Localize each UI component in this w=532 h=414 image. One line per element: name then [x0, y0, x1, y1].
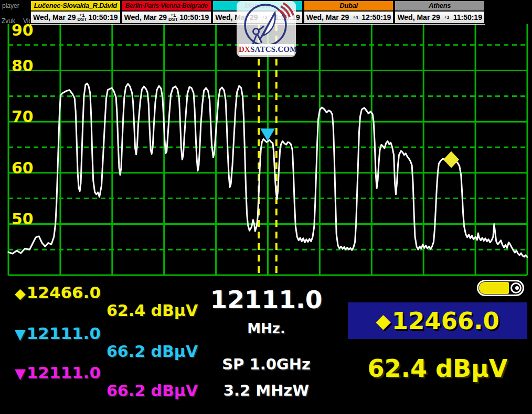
active-marker-level: 62.4 dBµV: [348, 354, 527, 383]
marker-level: 66.2 dBµV: [107, 383, 198, 399]
clock-time-row: Wed, Mar 29 +3 11:50:19: [394, 12, 485, 24]
clock-athens: Athens Wed, Mar 29 +3 11:50:19: [394, 0, 485, 24]
clock-city-label: Berlin-Paris-Vienna-Belgrade: [121, 0, 212, 12]
triangle-down-marker-icon: ▼: [15, 365, 26, 382]
clock-city-label: Athens: [394, 0, 485, 12]
battery-cap-highlight: [515, 286, 519, 290]
active-marker-frequency: 12466.0: [392, 307, 499, 335]
spectrum-analyzer-screen: player Zvuk Vid 9080706050 Lučenec-Slova…: [0, 0, 532, 414]
y-axis-tick-label: 50: [12, 210, 34, 228]
clock-date: Wed, Mar 29: [397, 13, 440, 21]
diamond-plot-marker-icon: [443, 151, 459, 168]
active-marker-panel: ◆12466.0: [348, 302, 527, 339]
clock-time: 12:50:19: [361, 13, 391, 21]
clock-time-row: Wed, Mar 29 +1DST 10:50:19: [121, 12, 212, 24]
center-frequency-unit: MHz.: [210, 321, 323, 336]
clock-timezone: +3: [444, 15, 449, 19]
clock-time: 10:50:19: [89, 13, 118, 21]
y-axis-tick-label: 60: [12, 159, 34, 177]
clock-lucenec: Lučenec-Slovakia_R.Dávid Wed, Mar 29 +1D…: [30, 0, 121, 24]
clock-date: Wed, Mar 29: [306, 13, 349, 21]
span-setting: SP 1.0GHz: [210, 355, 323, 373]
center-frequency-value: 12111.0: [210, 285, 323, 314]
clock-time: 11:50:19: [453, 13, 482, 21]
marker-level: 62.4 dBµV: [107, 302, 198, 319]
bandwidth-setting: 3.2 MHzW: [210, 382, 323, 399]
clock-time-row: Wed, Mar 29 +4 12:50:19: [303, 12, 395, 24]
diamond-marker-icon: ◆: [15, 285, 26, 301]
clock-berlin: Berlin-Paris-Vienna-Belgrade Wed, Mar 29…: [121, 0, 212, 24]
triangle-down-plot-marker-icon: [260, 128, 275, 141]
menu-item-audio[interactable]: Zvuk: [2, 17, 15, 25]
clock-city-label: Dubai: [303, 0, 395, 12]
marker-frequency: ▼12111.0: [15, 364, 101, 382]
clock-date: Wed, Mar 29: [33, 13, 76, 21]
diamond-marker-icon: ◆: [376, 310, 390, 332]
clock-date: Wed, Mar 29: [124, 13, 167, 21]
marker-frequency: ▼12111.0: [15, 325, 101, 343]
clock-timezone: +4: [353, 15, 358, 19]
clock-timezone: +1DST: [168, 13, 178, 21]
y-axis-tick-label: 80: [12, 57, 34, 75]
battery-icon: [477, 280, 524, 296]
battery-level-fill: [479, 282, 509, 294]
marker-frequency: ◆12466.0: [15, 284, 101, 302]
clock-timezone: +1DST: [77, 13, 87, 21]
clock-time: 10:50:19: [179, 13, 209, 21]
clock-dubai: Dubai Wed, Mar 29 +4 12:50:19: [303, 0, 395, 24]
marker-level: 66.2 dBµV: [107, 343, 198, 360]
clock-time-row: Wed, Mar 29 +1DST 10:50:19: [30, 12, 121, 24]
triangle-down-marker-icon: ▼: [15, 326, 26, 342]
measurement-readout-panel: ◆12466.0 62.4 dBµV ▼12111.0 66.2 dBµV ▼1…: [0, 278, 532, 414]
logo-wordmark: DXSATCS.COM: [239, 44, 294, 55]
clock-city-label: Lučenec-Slovakia_R.Dávid: [30, 0, 121, 12]
dxsatcs-logo: DXSATCS.COM: [237, 1, 296, 57]
menu-item-player[interactable]: player: [2, 2, 19, 9]
y-axis-tick-label: 70: [12, 107, 34, 126]
